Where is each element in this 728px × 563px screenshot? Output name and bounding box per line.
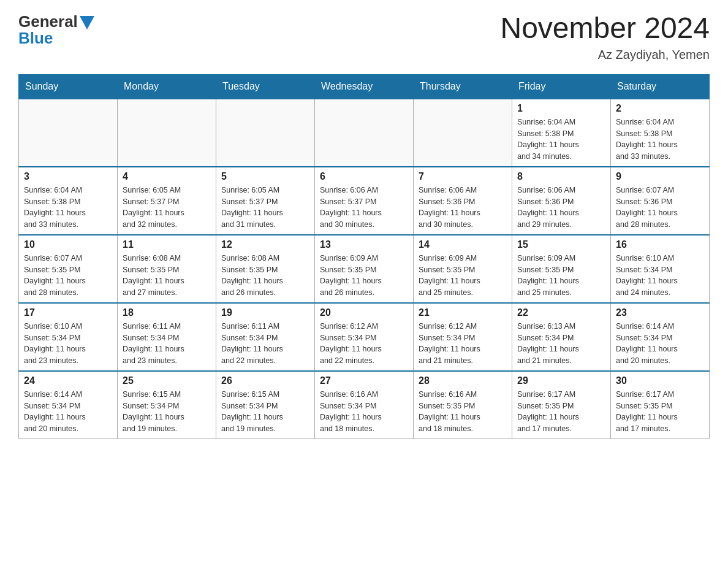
- day-info: Sunrise: 6:14 AMSunset: 5:34 PMDaylight:…: [24, 389, 112, 435]
- day-info: Sunrise: 6:04 AMSunset: 5:38 PMDaylight:…: [517, 117, 605, 163]
- day-number: 11: [123, 239, 211, 250]
- day-number: 16: [616, 239, 704, 250]
- day-info: Sunrise: 6:15 AMSunset: 5:34 PMDaylight:…: [123, 389, 211, 435]
- day-number: 18: [123, 307, 211, 318]
- day-info: Sunrise: 6:06 AMSunset: 5:36 PMDaylight:…: [419, 185, 507, 231]
- col-saturday: Saturday: [611, 74, 710, 99]
- day-number: 26: [221, 375, 309, 386]
- calendar-title: November 2024: [500, 12, 710, 45]
- calendar-cell: 13Sunrise: 6:09 AMSunset: 5:35 PMDayligh…: [315, 235, 414, 303]
- day-info: Sunrise: 6:04 AMSunset: 5:38 PMDaylight:…: [24, 185, 112, 231]
- calendar-cell: 1Sunrise: 6:04 AMSunset: 5:38 PMDaylight…: [512, 99, 611, 167]
- day-number: 13: [320, 239, 408, 250]
- day-number: 7: [419, 171, 507, 182]
- calendar-cell: 26Sunrise: 6:15 AMSunset: 5:34 PMDayligh…: [216, 371, 315, 439]
- day-info: Sunrise: 6:17 AMSunset: 5:35 PMDaylight:…: [616, 389, 704, 435]
- logo-blue-text: Blue: [18, 29, 94, 48]
- calendar-cell: [315, 99, 414, 167]
- logo-arrow-icon: [80, 16, 94, 29]
- calendar-cell: 2Sunrise: 6:04 AMSunset: 5:38 PMDaylight…: [611, 99, 710, 167]
- calendar-cell: [118, 99, 216, 167]
- day-number: 23: [616, 307, 704, 318]
- logo: General Blue: [18, 12, 94, 48]
- week-row-4: 17Sunrise: 6:10 AMSunset: 5:34 PMDayligh…: [19, 303, 710, 371]
- day-number: 22: [517, 307, 605, 318]
- col-thursday: Thursday: [414, 74, 512, 99]
- week-row-1: 1Sunrise: 6:04 AMSunset: 5:38 PMDaylight…: [19, 99, 710, 167]
- day-number: 21: [419, 307, 507, 318]
- day-info: Sunrise: 6:16 AMSunset: 5:34 PMDaylight:…: [320, 389, 408, 435]
- calendar-cell: 12Sunrise: 6:08 AMSunset: 5:35 PMDayligh…: [216, 235, 315, 303]
- day-info: Sunrise: 6:08 AMSunset: 5:35 PMDaylight:…: [123, 253, 211, 299]
- day-info: Sunrise: 6:07 AMSunset: 5:35 PMDaylight:…: [24, 253, 112, 299]
- calendar-cell: 17Sunrise: 6:10 AMSunset: 5:34 PMDayligh…: [19, 303, 118, 371]
- day-number: 10: [24, 239, 112, 250]
- day-info: Sunrise: 6:13 AMSunset: 5:34 PMDaylight:…: [517, 321, 605, 367]
- day-number: 17: [24, 307, 112, 318]
- day-info: Sunrise: 6:06 AMSunset: 5:36 PMDaylight:…: [517, 185, 605, 231]
- day-info: Sunrise: 6:14 AMSunset: 5:34 PMDaylight:…: [616, 321, 704, 367]
- calendar-cell: 27Sunrise: 6:16 AMSunset: 5:34 PMDayligh…: [315, 371, 414, 439]
- day-number: 25: [123, 375, 211, 386]
- calendar-cell: 29Sunrise: 6:17 AMSunset: 5:35 PMDayligh…: [512, 371, 611, 439]
- week-row-2: 3Sunrise: 6:04 AMSunset: 5:38 PMDaylight…: [19, 167, 710, 235]
- day-info: Sunrise: 6:16 AMSunset: 5:35 PMDaylight:…: [419, 389, 507, 435]
- day-info: Sunrise: 6:12 AMSunset: 5:34 PMDaylight:…: [320, 321, 408, 367]
- calendar-cell: [216, 99, 315, 167]
- calendar-cell: 23Sunrise: 6:14 AMSunset: 5:34 PMDayligh…: [611, 303, 710, 371]
- calendar-cell: 7Sunrise: 6:06 AMSunset: 5:36 PMDaylight…: [414, 167, 512, 235]
- day-info: Sunrise: 6:10 AMSunset: 5:34 PMDaylight:…: [616, 253, 704, 299]
- calendar-cell: 25Sunrise: 6:15 AMSunset: 5:34 PMDayligh…: [118, 371, 216, 439]
- calendar-cell: 19Sunrise: 6:11 AMSunset: 5:34 PMDayligh…: [216, 303, 315, 371]
- calendar-cell: 14Sunrise: 6:09 AMSunset: 5:35 PMDayligh…: [414, 235, 512, 303]
- day-number: 2: [616, 103, 704, 114]
- calendar-cell: 28Sunrise: 6:16 AMSunset: 5:35 PMDayligh…: [414, 371, 512, 439]
- day-info: Sunrise: 6:09 AMSunset: 5:35 PMDaylight:…: [419, 253, 507, 299]
- calendar-cell: 9Sunrise: 6:07 AMSunset: 5:36 PMDaylight…: [611, 167, 710, 235]
- day-number: 1: [517, 103, 605, 114]
- day-info: Sunrise: 6:09 AMSunset: 5:35 PMDaylight:…: [320, 253, 408, 299]
- day-info: Sunrise: 6:04 AMSunset: 5:38 PMDaylight:…: [616, 117, 704, 163]
- calendar-cell: [19, 99, 118, 167]
- col-wednesday: Wednesday: [315, 74, 414, 99]
- calendar-cell: 5Sunrise: 6:05 AMSunset: 5:37 PMDaylight…: [216, 167, 315, 235]
- day-info: Sunrise: 6:11 AMSunset: 5:34 PMDaylight:…: [221, 321, 309, 367]
- col-monday: Monday: [118, 74, 216, 99]
- day-number: 19: [221, 307, 309, 318]
- calendar-cell: 10Sunrise: 6:07 AMSunset: 5:35 PMDayligh…: [19, 235, 118, 303]
- day-number: 5: [221, 171, 309, 182]
- day-number: 24: [24, 375, 112, 386]
- day-number: 6: [320, 171, 408, 182]
- col-friday: Friday: [512, 74, 611, 99]
- day-number: 8: [517, 171, 605, 182]
- calendar-cell: 22Sunrise: 6:13 AMSunset: 5:34 PMDayligh…: [512, 303, 611, 371]
- day-number: 14: [419, 239, 507, 250]
- calendar-cell: [414, 99, 512, 167]
- calendar-cell: 18Sunrise: 6:11 AMSunset: 5:34 PMDayligh…: [118, 303, 216, 371]
- calendar-header-row: Sunday Monday Tuesday Wednesday Thursday…: [19, 74, 710, 99]
- calendar-cell: 3Sunrise: 6:04 AMSunset: 5:38 PMDaylight…: [19, 167, 118, 235]
- calendar-cell: 20Sunrise: 6:12 AMSunset: 5:34 PMDayligh…: [315, 303, 414, 371]
- day-info: Sunrise: 6:12 AMSunset: 5:34 PMDaylight:…: [419, 321, 507, 367]
- day-info: Sunrise: 6:11 AMSunset: 5:34 PMDaylight:…: [123, 321, 211, 367]
- calendar-cell: 6Sunrise: 6:06 AMSunset: 5:37 PMDaylight…: [315, 167, 414, 235]
- calendar-cell: 24Sunrise: 6:14 AMSunset: 5:34 PMDayligh…: [19, 371, 118, 439]
- col-tuesday: Tuesday: [216, 74, 315, 99]
- day-number: 3: [24, 171, 112, 182]
- calendar-cell: 15Sunrise: 6:09 AMSunset: 5:35 PMDayligh…: [512, 235, 611, 303]
- calendar-cell: 8Sunrise: 6:06 AMSunset: 5:36 PMDaylight…: [512, 167, 611, 235]
- day-number: 4: [123, 171, 211, 182]
- day-number: 15: [517, 239, 605, 250]
- week-row-5: 24Sunrise: 6:14 AMSunset: 5:34 PMDayligh…: [19, 371, 710, 439]
- day-info: Sunrise: 6:15 AMSunset: 5:34 PMDaylight:…: [221, 389, 309, 435]
- day-info: Sunrise: 6:17 AMSunset: 5:35 PMDaylight:…: [517, 389, 605, 435]
- calendar-table: Sunday Monday Tuesday Wednesday Thursday…: [18, 74, 710, 439]
- title-block: November 2024 Az Zaydiyah, Yemen: [500, 12, 710, 62]
- day-info: Sunrise: 6:10 AMSunset: 5:34 PMDaylight:…: [24, 321, 112, 367]
- day-number: 20: [320, 307, 408, 318]
- day-number: 28: [419, 375, 507, 386]
- calendar-cell: 16Sunrise: 6:10 AMSunset: 5:34 PMDayligh…: [611, 235, 710, 303]
- calendar-cell: 21Sunrise: 6:12 AMSunset: 5:34 PMDayligh…: [414, 303, 512, 371]
- day-number: 27: [320, 375, 408, 386]
- day-number: 12: [221, 239, 309, 250]
